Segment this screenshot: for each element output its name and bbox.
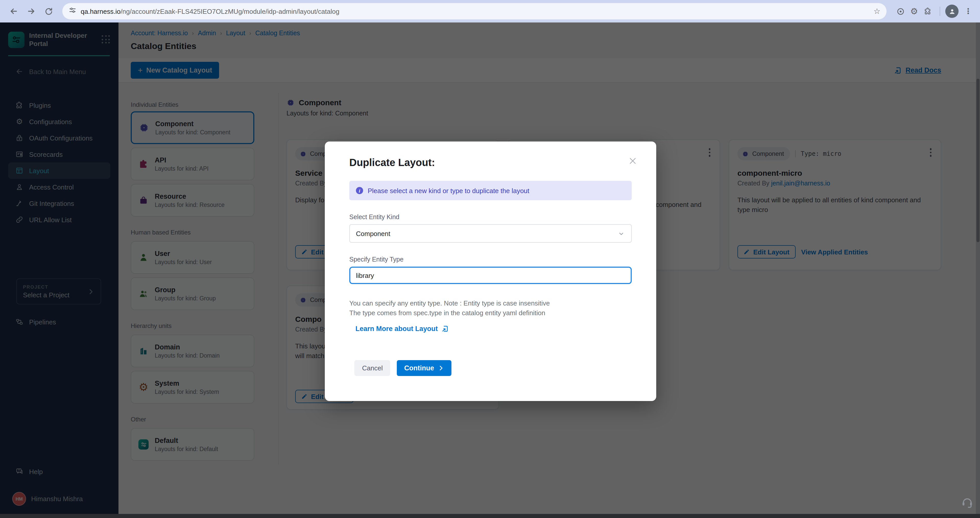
info-banner: i Please select a new kind or type to du… <box>349 181 632 200</box>
learn-more-link[interactable]: Learn More about Layout <box>355 325 438 333</box>
duplicate-layout-modal: Duplicate Layout: i Please select a new … <box>325 142 656 401</box>
chevron-right-icon <box>438 365 444 371</box>
browser-profile-avatar[interactable] <box>945 5 959 18</box>
entity-kind-select[interactable]: Component <box>349 224 632 243</box>
entity-kind-label: Select Entity Kind <box>349 214 632 221</box>
entity-type-label: Specify Entity Type <box>349 256 632 263</box>
help-widget-icon[interactable] <box>961 496 974 511</box>
close-icon[interactable] <box>627 155 639 167</box>
browser-toolbar: qa.harness.io/ng/account/zEaak-FLS425IEO… <box>0 0 980 22</box>
continue-button[interactable]: Continue <box>397 360 452 376</box>
url-text: qa.harness.io/ng/account/zEaak-FLS425IEO… <box>81 7 339 15</box>
modal-title: Duplicate Layout: <box>349 157 632 169</box>
back-icon[interactable] <box>7 5 21 18</box>
modal-actions: Cancel Continue <box>355 360 452 376</box>
entity-kind-value: Component <box>356 230 390 237</box>
toolbar-divider <box>940 6 940 16</box>
doc-arrow-icon <box>441 325 449 333</box>
entity-type-input[interactable] <box>349 267 632 284</box>
page: qa.harness.io/ng/account/zEaak-FLS425IEO… <box>0 0 980 518</box>
url-bar[interactable]: qa.harness.io/ng/account/zEaak-FLS425IEO… <box>62 3 886 19</box>
cancel-button[interactable]: Cancel <box>355 360 390 376</box>
chevron-down-icon <box>617 230 625 237</box>
bookmark-star-icon[interactable]: ☆ <box>873 6 880 16</box>
site-info-icon[interactable] <box>894 5 907 18</box>
info-icon: i <box>356 187 363 194</box>
reload-icon[interactable] <box>42 5 55 18</box>
browser-menu-icon[interactable]: ⋮ <box>962 5 975 18</box>
learn-more-row: Learn More about Layout <box>355 325 632 333</box>
entity-type-help: You can specify any entity type. Note : … <box>349 298 632 318</box>
toolbar-right: ⚙ ⋮ <box>894 5 975 18</box>
settings-gear-icon[interactable]: ⚙ <box>910 5 918 18</box>
forward-icon[interactable] <box>24 5 38 18</box>
app-area: Internal Developer Portal Back to Main M… <box>0 22 980 518</box>
extensions-icon[interactable] <box>921 5 935 18</box>
tune-icon[interactable] <box>68 6 76 16</box>
info-text: Please select a new kind or type to dupl… <box>368 187 529 194</box>
